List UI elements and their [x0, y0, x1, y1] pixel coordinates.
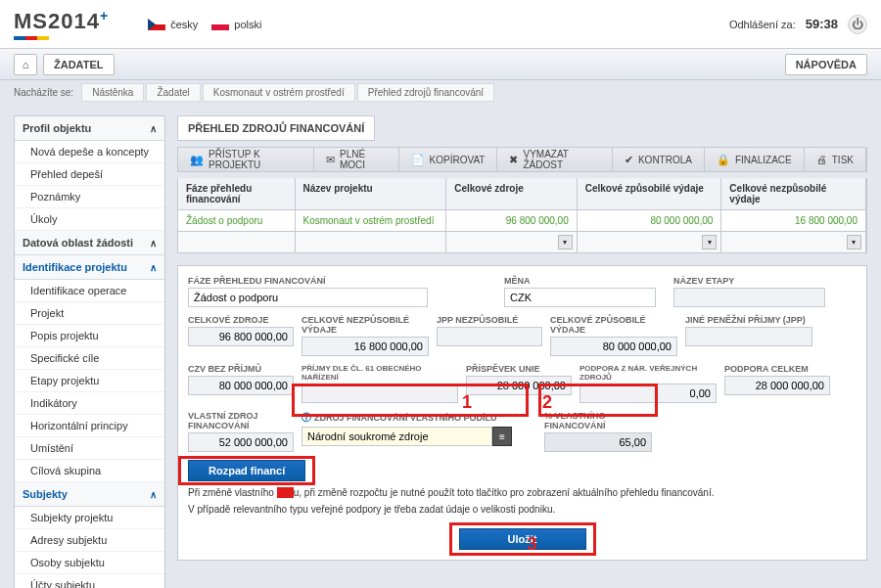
ulozit-label: Uložit	[508, 533, 537, 545]
sidebar-item-cilova-skupina[interactable]: Cílová skupina	[15, 460, 164, 482]
filter-cell: ▾	[721, 232, 866, 252]
lookup-button[interactable]: ≡	[492, 427, 512, 446]
home-button[interactable]: ⌂	[14, 54, 37, 75]
input-jpp[interactable]	[685, 327, 812, 346]
note-2: V případě relevantního typu veřejné podp…	[188, 504, 857, 515]
tb-kontrola[interactable]: ✔KONTROLA	[613, 148, 705, 171]
input-jppnez[interactable]	[437, 327, 542, 346]
breadcrumb-item-0[interactable]: Nástěnka	[81, 83, 144, 102]
sidebar-item-umisteni[interactable]: Umístění	[15, 437, 164, 460]
sidebar-item-indikatory[interactable]: Indikátory	[15, 392, 164, 415]
grid-header: Fáze přehledu financování Název projektu…	[177, 178, 867, 210]
label-jpp: JINÉ PENĚŽNÍ PŘÍJMY (JPP)	[685, 315, 812, 325]
data-grid: Fáze přehledu financování Název projektu…	[177, 178, 867, 253]
sidebar-item-ukoly[interactable]: Úkoly	[15, 208, 164, 231]
sidebar-group-label: Profil objektu	[23, 122, 91, 134]
lang-czech[interactable]: česky	[148, 19, 198, 30]
label-etapa: NÁZEV ETAPY	[673, 276, 825, 286]
filter-dropdown[interactable]: ▾	[558, 235, 573, 249]
sidebar-group-identifikace[interactable]: Identifikace projektu ∧	[15, 255, 164, 280]
sidebar-item-horizontalni[interactable]: Horizontální principy	[15, 415, 164, 437]
sidebar-group-subjekty[interactable]: Subjekty ∧	[15, 482, 164, 507]
label-jppnez: JPP NEZPŮSOBILÉ	[437, 315, 542, 325]
lang-polish[interactable]: polski	[211, 19, 261, 30]
logout-label: Odhlášení za:	[729, 19, 796, 30]
users-icon: 👥	[190, 154, 204, 166]
input-czvbez[interactable]	[188, 376, 294, 395]
napoveda-button[interactable]: NÁPOVĚDA	[785, 54, 867, 75]
power-icon: ⏻	[852, 18, 863, 31]
input-pctvlast[interactable]	[544, 432, 652, 452]
tb-label: KONTROLA	[638, 155, 692, 165]
input-faze[interactable]	[188, 288, 428, 307]
sidebar-item-nova-depese[interactable]: Nová depeše a koncepty	[15, 141, 164, 163]
filter-dropdown[interactable]: ▾	[702, 235, 717, 249]
tb-label: VYMAZAT ŽÁDOST	[523, 149, 599, 170]
breadcrumb-item-2[interactable]: Kosmonaut v ostrém prostředí	[203, 83, 355, 102]
tb-finalizace[interactable]: 🔒FINALIZACE	[705, 148, 805, 171]
sidebar: Profil objektu ∧ Nová depeše a koncepty …	[14, 115, 165, 588]
grid-col-faze[interactable]: Fáze přehledu financování	[178, 178, 296, 209]
logo-stripes	[14, 36, 49, 40]
sidebar-item-osoby[interactable]: Osoby subjektu	[15, 552, 164, 574]
sidebar-group-datova[interactable]: Datová oblast žádosti ∧	[15, 231, 164, 255]
sidebar-item-projekt[interactable]: Projekt	[15, 302, 164, 325]
grid-row[interactable]: Žádost o podporu Kosmonaut v ostrém pros…	[177, 210, 867, 232]
copy-icon: 📄	[411, 154, 425, 166]
logout-button[interactable]: ⏻	[848, 15, 867, 34]
tb-plne-moci[interactable]: ✉PLNÉ MOCI	[314, 148, 399, 171]
grid-col-celknez[interactable]: Celkové nezpůsobilé výdaje	[721, 178, 866, 209]
input-vlastni[interactable]	[188, 432, 294, 452]
input-mena[interactable]	[504, 288, 656, 307]
logout-timer: 59:38	[806, 17, 838, 31]
sidebar-item-specificke-cile[interactable]: Specifické cíle	[15, 347, 164, 370]
label-prispunie: PŘÍSPĚVEK UNIE	[466, 364, 572, 374]
grid-cell: 80 000 000,00	[578, 210, 722, 231]
rozpad-button[interactable]: Rozpad financí	[188, 460, 305, 481]
sidebar-item-identifikace-operace[interactable]: Identifikace operace	[15, 280, 164, 302]
input-celkzdr[interactable]	[188, 327, 294, 346]
note-text: u, při změně rozpočtu je nutné použít to…	[294, 487, 715, 498]
logo-text: MS2014	[14, 9, 100, 33]
breadcrumb-item-3[interactable]: Přehled zdrojů financování	[357, 83, 494, 102]
filter-cell: ▾	[446, 232, 578, 252]
zadatel-button[interactable]: ŽADATEL	[43, 54, 115, 75]
sidebar-item-popis-projektu[interactable]: Popis projektu	[15, 325, 164, 347]
input-celknez[interactable]	[301, 337, 429, 356]
input-celkzpu[interactable]	[550, 337, 677, 356]
grid-col-nazev[interactable]: Název projektu	[296, 178, 447, 209]
action-toolbar: 👥PŘÍSTUP K PROJEKTU ✉PLNÉ MOCI 📄KOPÍROVA…	[177, 147, 867, 172]
label-podporanar: PODPORA Z NÁR. VEŘEJNÝCH ZDROJŮ	[580, 364, 717, 382]
sidebar-item-ucty[interactable]: Účty subjektu	[15, 574, 164, 588]
filter-dropdown[interactable]: ▾	[847, 235, 861, 249]
tb-pristup[interactable]: 👥PŘÍSTUP K PROJEKTU	[178, 148, 314, 171]
tb-vymazat[interactable]: ✖VYMAZAT ŽÁDOST	[497, 148, 612, 171]
label-celknez: CELKOVÉ NEZPŮSOBILÉ VÝDAJE	[301, 315, 429, 335]
input-etapa[interactable]	[673, 288, 825, 307]
input-podporacelk[interactable]	[724, 376, 830, 395]
grid-col-celkzdr[interactable]: Celkové zdroje	[446, 178, 578, 209]
sidebar-group-label: Subjekty	[23, 488, 68, 500]
sidebar-item-prehled-depesi[interactable]: Přehled depeší	[15, 163, 164, 186]
tb-label: TISK	[832, 155, 854, 165]
sidebar-item-etapy[interactable]: Etapy projektu	[15, 370, 164, 392]
input-prijmy61[interactable]	[301, 384, 458, 403]
tb-tisk[interactable]: 🖨TISK	[805, 148, 866, 171]
sidebar-item-subjekty-projektu[interactable]: Subjekty projektu	[15, 507, 164, 529]
tb-kopirovat[interactable]: 📄KOPÍROVAT	[399, 148, 498, 171]
main-layout: Profil objektu ∧ Nová depeše a koncepty …	[0, 104, 881, 588]
breadcrumb-item-1[interactable]: Žadatel	[146, 83, 200, 102]
input-prispunie[interactable]	[466, 376, 572, 395]
grid-col-celkzpu[interactable]: Celkové způsobilé výdaje	[578, 178, 722, 209]
panel-title: PŘEHLED ZDROJŮ FINANCOVÁNÍ	[177, 115, 375, 141]
home-icon: ⌂	[23, 59, 29, 70]
input-zdrojvlast[interactable]	[301, 427, 492, 446]
label-podporacelk: PODPORA CELKEM	[724, 364, 830, 374]
input-podporanar[interactable]	[580, 384, 717, 403]
sidebar-item-poznamky[interactable]: Poznámky	[15, 186, 164, 208]
obscured-text: pd	[277, 487, 294, 498]
filter-cell	[178, 232, 296, 252]
sidebar-item-adresy[interactable]: Adresy subjektu	[15, 529, 164, 552]
ulozit-button[interactable]: Uložit	[459, 528, 586, 550]
sidebar-group-profil[interactable]: Profil objektu ∧	[15, 116, 164, 141]
